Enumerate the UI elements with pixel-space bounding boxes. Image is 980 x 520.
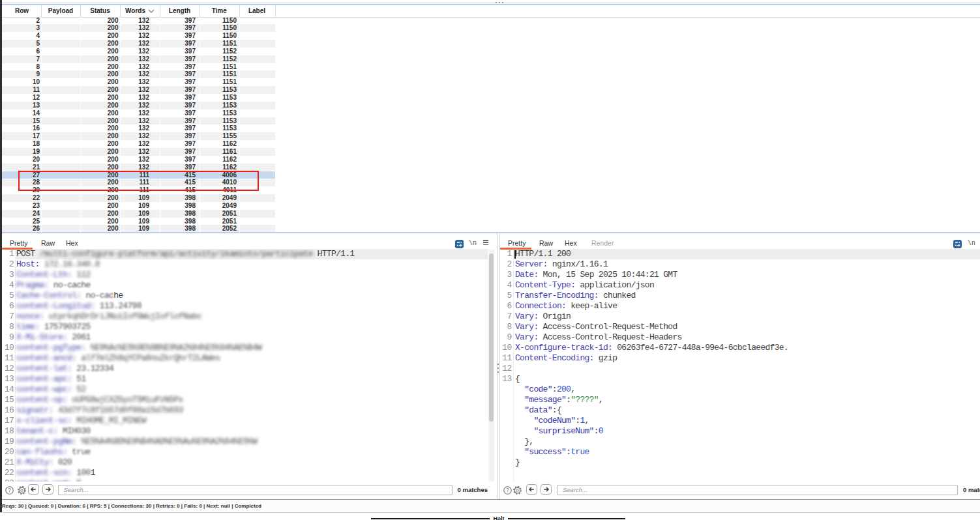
- svg-text:?: ?: [506, 487, 509, 493]
- svg-text:?: ?: [8, 487, 11, 493]
